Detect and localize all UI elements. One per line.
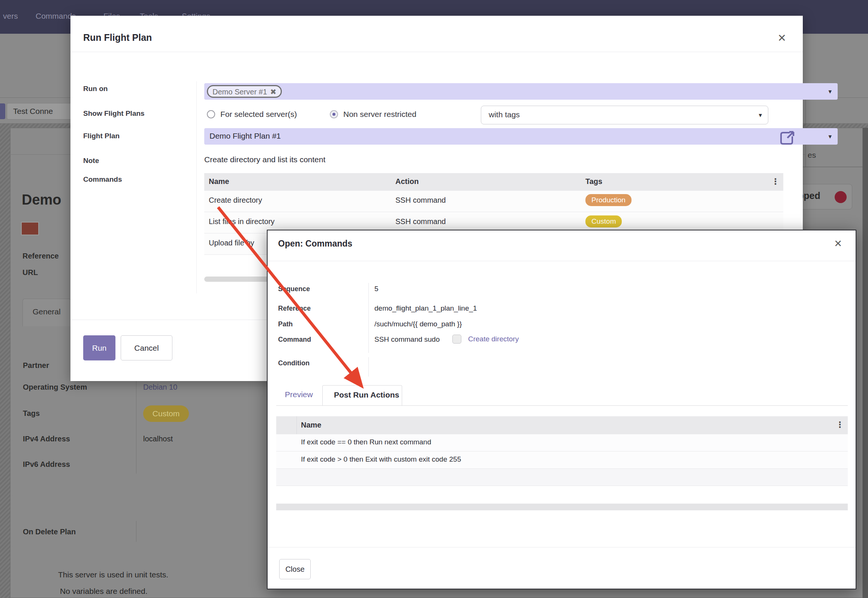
chevron-down-icon[interactable]: ▾ [828, 88, 832, 96]
nav-item-commands[interactable]: Commands [36, 12, 76, 21]
server-tag-label: Demo Server #1 [213, 88, 267, 96]
sequence-label: Sequence [278, 285, 310, 293]
cell-name: If exit code == 0 then Run next command [301, 438, 431, 446]
ipv4-value: localhost [143, 435, 173, 443]
table-row[interactable]: If exit code > 0 then Exit with custom e… [276, 451, 848, 469]
kebab-menu-icon[interactable]: ⋮ [771, 177, 780, 187]
select-column[interactable] [276, 416, 297, 434]
flight-plan-label: Flight Plan [83, 132, 120, 140]
commands-label: Commands [83, 175, 122, 184]
close-button[interactable]: Close [279, 559, 311, 579]
cell-action: SSH command [395, 217, 446, 226]
column-name[interactable]: Name [209, 177, 229, 186]
tag-badge-custom: Custom [585, 215, 622, 227]
reference-value: demo_flight_plan_1_plan_line_1 [374, 304, 477, 312]
cell-name: If exit code > 0 then Exit with custom e… [301, 455, 461, 463]
radio-non-server-restricted-label[interactable]: Non server restricted [343, 110, 416, 119]
cancel-button[interactable]: Cancel [121, 335, 172, 360]
ipv6-label: IPv6 Address [23, 460, 70, 469]
table-row[interactable]: If exit code == 0 then Run next command [276, 434, 848, 451]
sudo-checkbox[interactable] [452, 335, 461, 344]
modal-footer-divider [268, 547, 856, 547]
flight-plan-value: Demo Flight Plan #1 [210, 132, 281, 141]
unit-note-line1: This server is used in unit tests. [58, 570, 168, 579]
sequence-value: 5 [374, 285, 379, 293]
run-on-label: Run on [83, 85, 108, 93]
modal-title: Open: Commands [278, 239, 352, 249]
server-tag-pill[interactable]: Demo Server #1✖ [207, 85, 282, 98]
background-tab-underline [803, 167, 863, 167]
modal-header-divider [268, 261, 856, 261]
tab-general[interactable]: General [22, 299, 71, 326]
column-tags[interactable]: Tags [585, 177, 602, 186]
horizontal-scrollbar[interactable] [276, 504, 848, 510]
tab-general-label: General [33, 307, 61, 316]
modal-header-divider [70, 52, 803, 52]
close-icon[interactable]: ✕ [834, 239, 842, 248]
os-label: Operating System [23, 383, 87, 392]
cell-tags: Custom [585, 217, 622, 229]
background-tab-truncated[interactable]: es [808, 151, 816, 160]
field-divider [136, 379, 136, 474]
tag-remove-icon[interactable]: ✖ [270, 88, 277, 96]
tabbar-divider [276, 405, 848, 406]
run-button[interactable]: Run [83, 335, 115, 360]
cell-tags: Production [585, 196, 632, 208]
modal-title: Run Flight Plan [83, 32, 152, 43]
close-icon[interactable]: ✕ [778, 33, 786, 43]
reference-label: Reference [22, 252, 59, 260]
test-connection-button[interactable]: Test Conne [7, 103, 80, 120]
tab-post-run-actions[interactable]: Post Run Actions [322, 385, 402, 406]
on-delete-plan-label: On Delete Plan [23, 528, 76, 536]
tag-badge-production: Production [585, 194, 632, 206]
tab-preview[interactable]: Preview [285, 390, 313, 399]
open-commands-modal: Open: Commands ✕ Sequence 5 Reference de… [267, 230, 856, 589]
cell-name: Create directory [209, 196, 262, 205]
post-run-actions-table: Name ⋮ If exit code == 0 then Run next c… [276, 416, 848, 503]
path-value: /such/much/{{ demo_path }} [374, 320, 462, 328]
tab-post-run-actions-label: Post Run Actions [334, 390, 399, 399]
unit-note-line2: No variables are defined. [60, 587, 147, 596]
column-action[interactable]: Action [395, 177, 419, 186]
cell-action: SSH command [395, 196, 446, 205]
table-header: Name ⋮ [276, 416, 848, 434]
table-header: Name Action Tags ⋮ [204, 173, 783, 191]
note-value: Create directory and list its content [204, 155, 325, 164]
radio-for-selected-servers-label[interactable]: For selected server(s) [220, 110, 297, 119]
run-on-field[interactable]: Demo Server #1✖ ▾ [204, 83, 838, 100]
os-value-link[interactable]: Debian 10 [143, 383, 177, 392]
status-dot-icon [835, 191, 847, 203]
chevron-down-icon: ▾ [828, 133, 832, 141]
tag-badge-custom: Custom [143, 405, 189, 422]
label-field-divider [196, 81, 197, 293]
create-directory-link[interactable]: Create directory [468, 335, 519, 343]
nav-item-servers[interactable]: vers [3, 12, 18, 21]
table-row[interactable]: Create directory SSH command Production [204, 191, 783, 212]
external-link-icon[interactable] [778, 130, 796, 147]
partner-label: Partner [23, 361, 49, 370]
condition-label: Condition [278, 359, 310, 367]
radio-non-server-restricted[interactable] [330, 110, 338, 118]
table-row-empty [276, 469, 848, 486]
cell-name: List files in directory [209, 217, 275, 226]
edit-button-fragment[interactable] [0, 103, 5, 119]
url-label: URL [22, 268, 38, 277]
reference-label: Reference [278, 305, 311, 312]
cell-name: Upload file by [209, 239, 254, 247]
chevron-down-icon: ▾ [759, 111, 762, 119]
server-title: Demo [22, 192, 61, 208]
flight-plan-field[interactable]: Demo Flight Plan #1 ▾ [204, 128, 838, 145]
page-scrollbar[interactable] [863, 128, 868, 598]
label-field-divider [368, 283, 369, 353]
kebab-menu-icon[interactable]: ⋮ [836, 420, 844, 430]
radio-for-selected-servers[interactable] [207, 110, 215, 118]
label-field-divider [368, 357, 369, 377]
note-label: Note [83, 157, 99, 165]
color-swatch[interactable] [21, 222, 39, 235]
command-value: SSH command sudo [374, 335, 440, 344]
ipv4-label: IPv4 Address [23, 435, 70, 443]
with-tags-dropdown[interactable]: with tags ▾ [481, 106, 768, 124]
tags-label: Tags [23, 409, 40, 418]
column-name[interactable]: Name [301, 421, 321, 429]
screen: vers Commands Files Tools Settings Test … [0, 0, 868, 598]
